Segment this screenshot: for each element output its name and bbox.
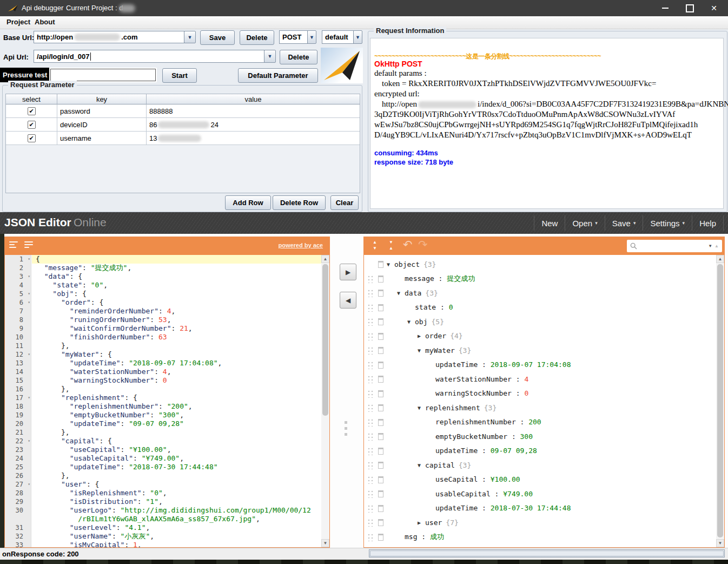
tree-row[interactable]: useCapital : ¥100.00	[364, 473, 520, 487]
tree-row[interactable]: updateTime : 09-07 09,28	[364, 444, 537, 458]
tree-scrollbar-thumb[interactable]	[717, 264, 723, 537]
compact-icon[interactable]	[24, 241, 35, 250]
menu-project[interactable]: Project	[6, 18, 30, 26]
tree-row[interactable]: usableCapital : ¥749.00	[364, 487, 533, 501]
method-dropdown-button[interactable]: ▼	[307, 30, 316, 44]
tree-field-value[interactable]: 2018-07-30 17:44:48	[491, 504, 571, 512]
column-header-value[interactable]: value	[147, 94, 360, 104]
tree-field-value[interactable]: 0	[524, 389, 528, 397]
table-row[interactable]: ✔password888888	[6, 104, 360, 118]
tree-field-name[interactable]: waterStationNumber	[435, 375, 512, 383]
powered-by-ace-link[interactable]: powered by ace	[278, 242, 323, 248]
tree-field-name[interactable]: order	[425, 332, 446, 340]
tree-field-value[interactable]: 300	[520, 432, 533, 441]
tree-scrollbar[interactable]: ▲ ▼	[716, 255, 724, 547]
clear-button[interactable]: Clear	[330, 195, 359, 210]
scroll-down-icon[interactable]: ▼	[716, 539, 724, 547]
delete-button[interactable]: Delete	[240, 30, 274, 45]
fold-icon[interactable]: ▾	[28, 394, 30, 402]
tree-field-name[interactable]: emptyBucketNumber	[435, 432, 507, 441]
env-select[interactable]: default	[322, 30, 354, 44]
fold-icon[interactable]: ▾	[28, 437, 30, 445]
chevron-expanded-icon[interactable]: ▼	[418, 405, 425, 411]
tree-field-value[interactable]: 200	[528, 418, 541, 426]
tree-field-name[interactable]: msg	[405, 533, 417, 541]
tree-row[interactable]: ▼myWater{3}	[364, 343, 471, 357]
add-row-button[interactable]: Add Row	[225, 195, 271, 210]
splitter-handle[interactable]	[345, 433, 347, 436]
jsoneditor-menu-help[interactable]: Help	[692, 215, 724, 231]
jsoneditor-menu-save[interactable]: Save▾	[605, 215, 643, 231]
chevron-expanded-icon[interactable]: ▼	[418, 347, 425, 353]
ace-code[interactable]: { "message": "提交成功", "data": { "state": …	[32, 255, 321, 547]
jsoneditor-menu-new[interactable]: New	[534, 215, 565, 231]
env-dropdown-button[interactable]: ▼	[353, 30, 362, 44]
tree-field-value[interactable]: ¥100.00	[491, 475, 520, 483]
cell-value[interactable]: 8624	[147, 118, 360, 132]
tree-field-name[interactable]: object	[394, 260, 420, 268]
cell-value[interactable]: 13	[147, 132, 360, 145]
default-parameter-button[interactable]: Default Parameter	[238, 68, 318, 83]
tree-field-name[interactable]: replenishment	[425, 404, 480, 412]
scroll-up-icon[interactable]: ▲	[321, 255, 329, 263]
tree-field-name[interactable]: updateTime	[435, 447, 478, 455]
copy-left-button[interactable]: ◀	[340, 292, 356, 309]
tree-field-value[interactable]: 2018-09-07 17:04:08	[491, 360, 571, 369]
tree-row[interactable]: updateTime : 2018-09-07 17:04:08	[364, 358, 571, 372]
checkbox[interactable]: ✔	[28, 107, 36, 115]
tree-field-name[interactable]: capital	[425, 461, 455, 469]
tree-field-name[interactable]: message	[405, 274, 434, 283]
tree-field-name[interactable]: user	[425, 519, 442, 527]
horizontal-scrollbar[interactable]	[369, 549, 725, 558]
jsoneditor-menu-open[interactable]: Open▾	[565, 215, 604, 231]
tree-row[interactable]: state : 0	[364, 300, 453, 314]
tree-field-name[interactable]: obj	[415, 318, 427, 326]
chevron-expanded-icon[interactable]: ▼	[397, 290, 405, 296]
chevron-collapsed-icon[interactable]: ▶	[418, 520, 425, 526]
start-button[interactable]: Start	[162, 68, 197, 83]
splitter-handle[interactable]	[345, 421, 347, 424]
collapse-all-icon[interactable]: ▼▲	[387, 240, 395, 252]
search-input[interactable]	[639, 241, 708, 251]
cell-select[interactable]: ✔	[6, 104, 57, 118]
delete-row-button[interactable]: Delete Row	[273, 195, 326, 210]
fold-icon[interactable]: ▾	[28, 255, 30, 264]
tree-field-name[interactable]: usableCapital	[435, 490, 491, 498]
tree-field-value[interactable]: 4	[524, 375, 528, 383]
base-url-dropdown-button[interactable]: ▼	[184, 31, 196, 43]
undo-icon[interactable]: ↶	[403, 238, 413, 251]
checkbox[interactable]: ✔	[28, 134, 36, 142]
tree-row[interactable]: ▼obj{5}	[364, 314, 444, 329]
tree-field-value[interactable]: 成功	[430, 532, 444, 542]
tree-row[interactable]: waterStationNumber : 4	[364, 372, 528, 386]
checkbox[interactable]: ✔	[28, 121, 36, 129]
maximize-button[interactable]	[680, 0, 699, 16]
method-select[interactable]: POST	[279, 30, 308, 44]
chevron-expanded-icon[interactable]: ▼	[407, 319, 415, 325]
column-header-key[interactable]: key	[57, 94, 147, 104]
tree-row[interactable]: message : 提交成功	[364, 272, 475, 286]
tree-row[interactable]: updateTime : 2018-07-30 17:44:48	[364, 501, 571, 515]
tree-row[interactable]: ▶order{4}	[364, 329, 463, 343]
table-row[interactable]: ✔username13	[6, 132, 360, 145]
search-next-icon[interactable]: ▼	[708, 244, 712, 248]
tree-field-name[interactable]: warningStockNumber	[435, 389, 512, 397]
tree-field-name[interactable]: state	[415, 303, 436, 311]
tree-field-name[interactable]: replenishmentNumber	[435, 418, 516, 426]
tree-row[interactable]: ▼capital{3}	[364, 458, 471, 472]
copy-right-button[interactable]: ▶	[340, 264, 356, 280]
tree-field-value[interactable]: 提交成功	[447, 274, 475, 284]
api-url-dropdown-button[interactable]: ▼	[264, 50, 276, 63]
tree-field-value[interactable]: 0	[449, 303, 453, 311]
fold-icon[interactable]: ▾	[28, 480, 30, 489]
cell-value[interactable]: 888888	[147, 104, 360, 118]
tree-row[interactable]: msg : 成功	[364, 530, 444, 544]
jsoneditor-menu-settings[interactable]: Settings▾	[643, 215, 692, 231]
tree-field-value[interactable]: ¥749.00	[503, 490, 533, 498]
tree-row[interactable]: ▶user{7}	[364, 515, 459, 529]
cell-key[interactable]: username	[57, 132, 147, 145]
menu-about[interactable]: About	[35, 18, 55, 26]
tree-field-name[interactable]: data	[405, 289, 421, 297]
cell-key[interactable]: password	[57, 104, 147, 118]
chevron-expanded-icon[interactable]: ▼	[387, 261, 394, 267]
